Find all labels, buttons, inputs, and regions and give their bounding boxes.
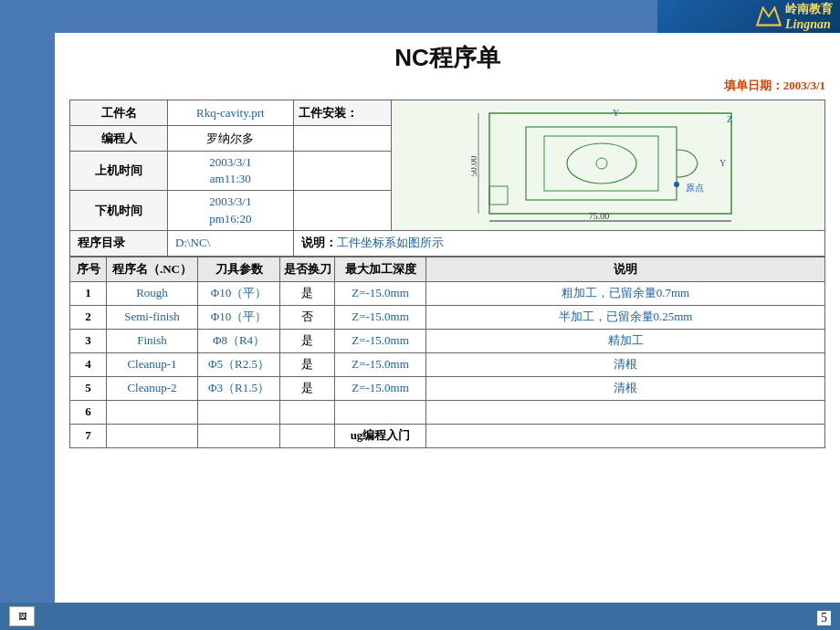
programmer-label: 编程人 xyxy=(70,126,168,152)
col-change: 是否换刀 xyxy=(280,257,335,281)
start-time-label: 上机时间 xyxy=(70,152,168,191)
table-row: 3FinishΦ8（R4）是Z=-15.0mm精加工 xyxy=(70,329,825,352)
fill-date-label: 填单日期： xyxy=(724,79,783,92)
desc-cell xyxy=(426,424,825,447)
seq-cell: 3 xyxy=(70,329,107,352)
prog-cell: Cleanup-2 xyxy=(107,376,198,400)
programmer-value: 罗纳尔多 xyxy=(168,126,294,152)
desc-cell: 粗加工，已留余量0.7mm xyxy=(426,281,825,305)
depth-cell: Z=-15.0mm xyxy=(335,281,426,305)
svg-point-18 xyxy=(674,182,679,187)
workpiece-diagram: 75.00 50.00 Y Z Y 原点 xyxy=(471,104,745,223)
change-cell xyxy=(280,400,335,424)
install-label: 工件安装： xyxy=(293,100,391,126)
svg-text:Z: Z xyxy=(727,114,732,124)
tool-cell xyxy=(198,424,280,447)
logo: 岭南教育 Lingnan xyxy=(754,1,833,32)
prog-cell: Rough xyxy=(107,281,198,305)
end-time-value: 2003/3/1 pm16:20 xyxy=(168,191,294,230)
fill-date-value: 2003/3/1 xyxy=(783,79,825,92)
svg-text:Y: Y xyxy=(719,158,726,168)
change-cell: 是 xyxy=(280,352,335,376)
seq-cell: 5 xyxy=(70,376,107,400)
prog-dir-label: 程序目录 xyxy=(70,230,168,256)
note-text: 工件坐标系如图所示 xyxy=(337,236,444,249)
tool-cell xyxy=(198,400,280,424)
tool-cell: Φ3（R1.5） xyxy=(198,376,280,400)
seq-cell: 7 xyxy=(70,424,107,447)
logo-bar: 岭南教育 Lingnan xyxy=(657,0,840,33)
tool-cell: Φ10（平） xyxy=(198,281,280,305)
desc-cell: 清根 xyxy=(426,376,825,400)
part-name-value: Rkq-cavity.prt xyxy=(168,100,294,126)
nc-table: 序号 程序名（.NC） 刀具参数 是否换刀 最大加工深度 说明 1RoughΦ1… xyxy=(69,257,825,448)
svg-text:Y: Y xyxy=(613,108,619,118)
prog-cell xyxy=(107,400,198,424)
col-desc: 说明 xyxy=(426,257,825,281)
main-content: NC程序单 填单日期：2003/3/1 工件名 Rkq-cavity.prt 工… xyxy=(55,33,840,603)
bottom-icon: 🖼 xyxy=(9,606,35,626)
col-tool: 刀具参数 xyxy=(198,257,280,281)
tool-cell: Φ8（R4） xyxy=(198,329,280,352)
table-row: 7ug编程入门 xyxy=(70,424,825,447)
depth-cell: Z=-15.0mm xyxy=(335,305,426,329)
table-row: 2Semi-finishΦ10（平）否Z=-15.0mm半加工，已留余量0.25… xyxy=(70,305,825,329)
prog-dir-value: D:\NC\ xyxy=(168,230,294,256)
desc-cell: 清根 xyxy=(426,352,825,376)
prog-cell: Cleanup-1 xyxy=(107,352,198,376)
depth-cell: Z=-15.0mm xyxy=(335,329,426,352)
note-label: 说明： xyxy=(301,236,337,249)
tool-cell: Φ5（R2.5） xyxy=(198,352,280,376)
table-row: 1RoughΦ10（平）是Z=-15.0mm粗加工，已留余量0.7mm xyxy=(70,281,825,305)
fill-date: 填单日期：2003/3/1 xyxy=(69,78,825,94)
tool-cell: Φ10（平） xyxy=(198,305,280,329)
note-cell: 说明：工件坐标系如图所示 xyxy=(293,230,824,256)
seq-cell: 1 xyxy=(70,281,107,305)
change-cell xyxy=(280,424,335,447)
desc-cell: 精加工 xyxy=(426,329,825,352)
logo-cn: 岭南教育 xyxy=(785,1,833,17)
svg-text:原点: 原点 xyxy=(686,183,704,193)
change-cell: 是 xyxy=(280,281,335,305)
end-time-content xyxy=(293,191,391,230)
svg-text:50.00: 50.00 xyxy=(471,156,478,177)
depth-cell: Z=-15.0mm xyxy=(335,352,426,376)
change-cell: 是 xyxy=(280,376,335,400)
seq-cell: 6 xyxy=(70,400,107,424)
seq-cell: 2 xyxy=(70,305,107,329)
desc-cell xyxy=(426,400,825,424)
col-prog: 程序名（.NC） xyxy=(107,257,198,281)
svg-rect-2 xyxy=(471,104,745,223)
start-time-content xyxy=(293,152,391,191)
diagram-cell: 75.00 50.00 Y Z Y 原点 xyxy=(391,100,824,231)
logo-icon xyxy=(754,4,783,29)
part-name-label: 工件名 xyxy=(70,100,168,126)
page-title: NC程序单 xyxy=(69,42,825,74)
desc-cell: 半加工，已留余量0.25mm xyxy=(426,305,825,329)
svg-text:75.00: 75.00 xyxy=(589,211,610,221)
prog-cell: Finish xyxy=(107,329,198,352)
install-content xyxy=(293,126,391,152)
change-cell: 否 xyxy=(280,305,335,329)
end-time-label: 下机时间 xyxy=(70,191,168,230)
prog-cell xyxy=(107,424,198,447)
depth-cell xyxy=(335,400,426,424)
depth-cell: Z=-15.0mm xyxy=(335,376,426,400)
table-row: 5Cleanup-2Φ3（R1.5）是Z=-15.0mm清根 xyxy=(70,376,825,400)
info-table: 工件名 Rkq-cavity.prt 工件安装： xyxy=(69,100,825,257)
seq-cell: 4 xyxy=(70,352,107,376)
bottom-bar: 🖼 xyxy=(0,603,840,630)
logo-en: Lingnan xyxy=(785,17,833,32)
table-row: 6 xyxy=(70,400,825,424)
table-row: 4Cleanup-1Φ5（R2.5）是Z=-15.0mm清根 xyxy=(70,352,825,376)
page-number: 5 xyxy=(817,611,831,625)
prog-cell: Semi-finish xyxy=(107,305,198,329)
col-depth: 最大加工深度 xyxy=(335,257,426,281)
col-seq: 序号 xyxy=(70,257,107,281)
change-cell: 是 xyxy=(280,329,335,352)
start-time-value: 2003/3/1 am11:30 xyxy=(168,152,294,191)
depth-cell: ug编程入门 xyxy=(335,424,426,447)
svg-marker-0 xyxy=(757,7,781,25)
table-header-row: 序号 程序名（.NC） 刀具参数 是否换刀 最大加工深度 说明 xyxy=(70,257,825,281)
